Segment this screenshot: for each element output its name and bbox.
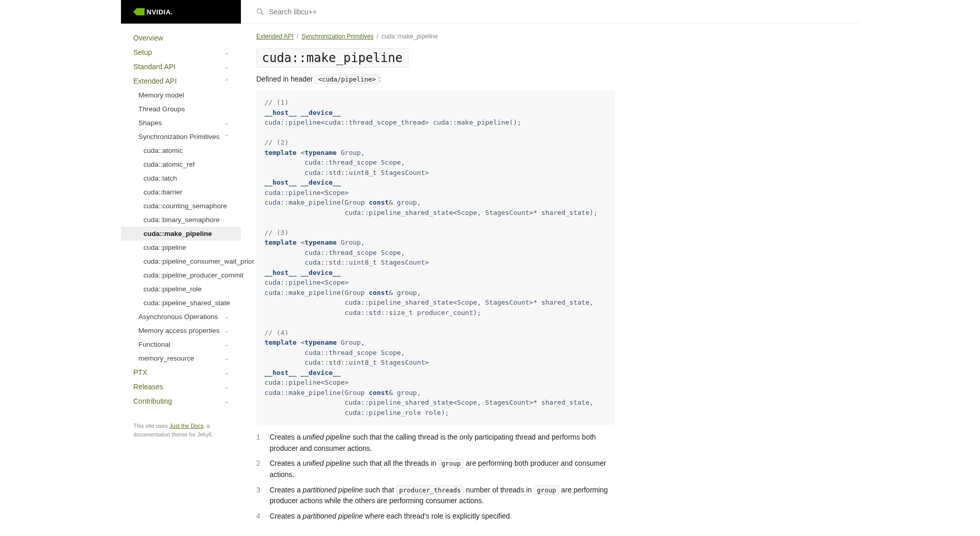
chevron-down-icon: ⌄ [224, 399, 229, 404]
footer-text: This site uses [133, 423, 169, 429]
footer-note: This site uses Just the Docs, a document… [121, 415, 241, 445]
chevron-down-icon: ⌄ [224, 50, 229, 55]
nav-setup[interactable]: Setup⌄ [121, 45, 241, 59]
chevron-down-icon: ⌄ [224, 120, 229, 126]
chevron-down-icon: ⌄ [224, 342, 229, 347]
nav-async-ops[interactable]: Asynchronous Operations⌄ [121, 310, 241, 324]
page-title: cuda::make_pipeline [256, 48, 409, 68]
nav-sync-item[interactable]: cuda::barrier [121, 185, 241, 199]
nav-shapes[interactable]: Shapes⌄ [121, 116, 241, 130]
nav-label: Standard API [133, 63, 176, 71]
nav-contributing[interactable]: Contributing⌄ [121, 394, 241, 408]
main: Extended API/Synchronization Primitives/… [241, 0, 860, 536]
overload-item: Creates a partitioned pipeline where eac… [256, 511, 615, 522]
nav-sync-item[interactable]: cuda::latch [121, 171, 241, 185]
svg-line-1 [261, 13, 263, 15]
searchbar [241, 0, 860, 24]
nav-extended-api[interactable]: Extended API⌃ [121, 74, 241, 88]
nav-sync-primitives[interactable]: Synchronization Primitives⌃ [121, 130, 241, 144]
nav-sync-item[interactable]: cuda::pipeline_producer_commit [121, 268, 241, 282]
chevron-down-icon: ⌄ [224, 370, 229, 375]
chevron-down-icon: ⌄ [224, 314, 229, 320]
nav-thread-groups[interactable]: Thread Groups [121, 102, 241, 116]
chevron-up-icon: ⌃ [224, 134, 229, 140]
nav-sync-item[interactable]: cuda::make_pipeline [121, 227, 241, 241]
nav-functional[interactable]: Functional⌄ [121, 338, 241, 351]
nav-mem-access[interactable]: Memory access properties⌄ [121, 324, 241, 338]
nav-label: Synchronization Primitives [138, 133, 219, 141]
nav-sync-item[interactable]: cuda::pipeline_role [121, 282, 241, 296]
nav-label: Asynchronous Operations [138, 313, 218, 321]
nav-sync-item[interactable]: cuda::pipeline_consumer_wait_prior [121, 254, 241, 268]
chevron-down-icon: ⌄ [224, 384, 229, 390]
search-icon [256, 8, 264, 15]
sidebar: NVIDIA. Overview Setup⌄ Standard API⌄ Ex… [121, 0, 241, 536]
nvidia-eye-icon [133, 8, 145, 15]
breadcrumb: Extended API/Synchronization Primitives/… [256, 33, 615, 40]
nav-sync-item[interactable]: cuda::pipeline_shared_state [121, 296, 241, 310]
nav-label: Memory model [138, 91, 184, 99]
nvidia-logo[interactable]: NVIDIA. [133, 8, 173, 16]
nav-label: Releases [133, 383, 163, 391]
svg-point-0 [257, 9, 262, 13]
overload-item: Creates a unified pipeline such that all… [256, 458, 615, 480]
code-block: // (1) __host__ __device__ cuda::pipelin… [256, 90, 615, 425]
nav-standard-api[interactable]: Standard API⌄ [121, 59, 241, 74]
header-path: <cuda/pipeline> [315, 74, 379, 84]
content: Extended API/Synchronization Primitives/… [241, 24, 630, 535]
breadcrumb-link[interactable]: Synchronization Primitives [301, 33, 374, 40]
overload-item: Creates a unified pipeline such that the… [256, 432, 615, 454]
logo-text: NVIDIA. [147, 8, 173, 16]
breadcrumb-current: cuda::make_pipeline [381, 33, 438, 40]
nav-sync-item[interactable]: cuda::pipeline [121, 241, 241, 254]
nav-label: Thread Groups [138, 105, 185, 113]
nav-label: Extended API [133, 77, 177, 85]
nav-label: Contributing [133, 397, 172, 405]
logo-bar: NVIDIA. [121, 0, 241, 24]
chevron-down-icon: ⌄ [224, 355, 229, 361]
search-input[interactable] [269, 8, 845, 16]
breadcrumb-link[interactable]: Extended API [256, 33, 294, 40]
nav-label: PTX [133, 368, 147, 376]
nav-memory-model[interactable]: Memory model [121, 88, 241, 102]
chevron-up-icon: ⌃ [224, 78, 229, 84]
nav-sync-item[interactable]: cuda::binary_semaphore [121, 213, 241, 227]
nav-ptx[interactable]: PTX⌄ [121, 365, 241, 380]
nav: Overview Setup⌄ Standard API⌄ Extended A… [121, 24, 241, 415]
nav-label: Functional [138, 341, 170, 348]
overload-list: Creates a unified pipeline such that the… [256, 432, 615, 522]
nav-releases[interactable]: Releases⌄ [121, 380, 241, 394]
nav-label: Shapes [138, 119, 162, 127]
chevron-down-icon: ⌄ [224, 64, 229, 70]
chevron-down-icon: ⌄ [224, 328, 229, 333]
nav-sync-item[interactable]: cuda::atomic_ref [121, 157, 241, 171]
nav-sync-item[interactable]: cuda::atomic [121, 144, 241, 157]
defined-post: : [379, 75, 381, 83]
nav-label: Memory access properties [138, 327, 219, 334]
overload-item: Creates a partitioned pipeline such that… [256, 485, 615, 507]
defined-pre: Defined in header [256, 75, 315, 83]
nav-sync-item[interactable]: cuda::counting_semaphore [121, 199, 241, 213]
nav-label: memory_resource [138, 354, 194, 362]
nav-memory-resource[interactable]: memory_resource⌄ [121, 351, 241, 365]
defined-in: Defined in header <cuda/pipeline>: [256, 75, 615, 83]
nav-label: Overview [133, 34, 163, 42]
nav-overview[interactable]: Overview [121, 31, 241, 45]
footer-link[interactable]: Just the Docs [169, 423, 203, 429]
nav-label: Setup [133, 48, 152, 56]
